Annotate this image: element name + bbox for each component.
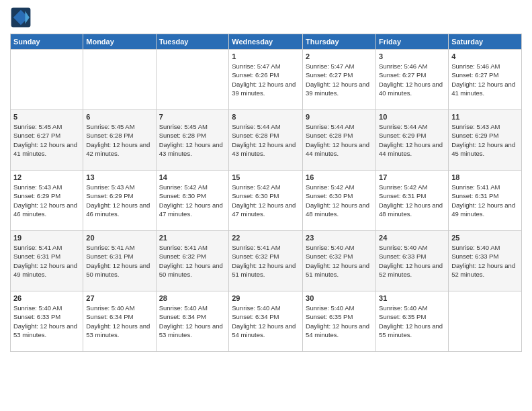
- sunrise-text: Sunrise: 5:46 AM: [451, 62, 500, 70]
- calendar-cell: 14Sunrise: 5:42 AMSunset: 6:30 PMDayligh…: [156, 171, 229, 231]
- sunrise-text: Sunrise: 5:40 AM: [232, 304, 280, 312]
- sunset-text: Sunset: 6:31 PM: [451, 192, 498, 199]
- calendar-cell: 3Sunrise: 5:46 AMSunset: 6:27 PMDaylight…: [376, 50, 449, 110]
- daylight-text: Daylight: 12 hours and 43 minutes.: [159, 141, 223, 157]
- daylight-text: Daylight: 12 hours and 51 minutes.: [232, 262, 296, 278]
- sunset-text: Sunset: 6:34 PM: [159, 313, 206, 320]
- daylight-text: Daylight: 12 hours and 44 minutes.: [306, 141, 369, 157]
- day-info: Sunrise: 5:40 AMSunset: 6:34 PMDaylight:…: [86, 304, 152, 339]
- day-number: 3: [379, 52, 445, 60]
- calendar-cell: 2Sunrise: 5:47 AMSunset: 6:27 PMDaylight…: [303, 50, 376, 110]
- day-info: Sunrise: 5:46 AMSunset: 6:27 PMDaylight:…: [451, 62, 519, 97]
- calendar-cell: 1Sunrise: 5:47 AMSunset: 6:26 PMDaylight…: [229, 50, 303, 110]
- day-number: 6: [86, 113, 152, 121]
- daylight-text: Daylight: 12 hours and 39 minutes.: [232, 81, 296, 97]
- sunrise-text: Sunrise: 5:40 AM: [451, 244, 500, 251]
- day-number: 20: [86, 234, 152, 242]
- day-info: Sunrise: 5:40 AMSunset: 6:32 PMDaylight:…: [306, 243, 373, 279]
- day-number: 23: [306, 234, 373, 242]
- day-number: 24: [379, 234, 445, 242]
- logo-icon: [10, 7, 32, 28]
- daylight-text: Daylight: 12 hours and 50 minutes.: [86, 262, 150, 278]
- sunset-text: Sunset: 6:35 PM: [306, 313, 353, 320]
- sunset-text: Sunset: 6:33 PM: [451, 253, 498, 260]
- day-info: Sunrise: 5:40 AMSunset: 6:35 PMDaylight:…: [379, 304, 445, 339]
- day-number: 12: [13, 173, 80, 181]
- calendar-cell: 26Sunrise: 5:40 AMSunset: 6:33 PMDayligh…: [11, 291, 83, 352]
- day-info: Sunrise: 5:44 AMSunset: 6:28 PMDaylight:…: [232, 122, 300, 158]
- day-number: 22: [232, 234, 300, 242]
- day-info: Sunrise: 5:43 AMSunset: 6:29 PMDaylight:…: [86, 183, 152, 218]
- daylight-text: Daylight: 12 hours and 46 minutes.: [86, 201, 150, 218]
- calendar-cell: 23Sunrise: 5:40 AMSunset: 6:32 PMDayligh…: [303, 231, 376, 291]
- calendar-cell: 12Sunrise: 5:43 AMSunset: 6:29 PMDayligh…: [11, 171, 83, 231]
- daylight-text: Daylight: 12 hours and 47 minutes.: [159, 201, 223, 218]
- sunrise-text: Sunrise: 5:43 AM: [86, 183, 134, 191]
- calendar-cell: 9Sunrise: 5:44 AMSunset: 6:28 PMDaylight…: [303, 110, 376, 171]
- daylight-text: Daylight: 12 hours and 49 minutes.: [13, 262, 77, 278]
- daylight-text: Daylight: 12 hours and 48 minutes.: [306, 201, 369, 218]
- page-header: [10, 7, 522, 28]
- sunrise-text: Sunrise: 5:45 AM: [159, 123, 208, 130]
- day-number: 8: [232, 113, 300, 121]
- calendar-cell: 17Sunrise: 5:42 AMSunset: 6:31 PMDayligh…: [376, 171, 449, 231]
- sunset-text: Sunset: 6:27 PM: [379, 71, 426, 79]
- sunrise-text: Sunrise: 5:42 AM: [159, 183, 208, 191]
- day-number: 9: [306, 113, 373, 121]
- sunset-text: Sunset: 6:30 PM: [306, 192, 353, 199]
- daylight-text: Daylight: 12 hours and 41 minutes.: [13, 141, 77, 157]
- sunset-text: Sunset: 6:29 PM: [379, 132, 426, 139]
- day-info: Sunrise: 5:40 AMSunset: 6:33 PMDaylight:…: [13, 304, 80, 339]
- sunset-text: Sunset: 6:28 PM: [232, 132, 279, 139]
- weekday-header: Wednesday: [229, 34, 303, 50]
- sunrise-text: Sunrise: 5:40 AM: [379, 244, 427, 251]
- sunset-text: Sunset: 6:29 PM: [451, 132, 498, 139]
- calendar-cell: 7Sunrise: 5:45 AMSunset: 6:28 PMDaylight…: [156, 110, 229, 171]
- sunset-text: Sunset: 6:28 PM: [86, 132, 133, 139]
- sunrise-text: Sunrise: 5:41 AM: [451, 183, 500, 191]
- weekday-header: Saturday: [449, 34, 522, 50]
- sunset-text: Sunset: 6:30 PM: [159, 192, 206, 199]
- sunrise-text: Sunrise: 5:45 AM: [86, 123, 134, 130]
- calendar-cell: 11Sunrise: 5:43 AMSunset: 6:29 PMDayligh…: [449, 110, 522, 171]
- calendar-cell: 8Sunrise: 5:44 AMSunset: 6:28 PMDaylight…: [229, 110, 303, 171]
- weekday-header: Monday: [83, 34, 156, 50]
- sunrise-text: Sunrise: 5:44 AM: [306, 123, 354, 130]
- daylight-text: Daylight: 12 hours and 53 minutes.: [86, 322, 150, 338]
- sunset-text: Sunset: 6:34 PM: [86, 313, 133, 320]
- sunset-text: Sunset: 6:31 PM: [86, 253, 133, 260]
- daylight-text: Daylight: 12 hours and 50 minutes.: [159, 262, 223, 278]
- sunrise-text: Sunrise: 5:45 AM: [13, 123, 62, 130]
- day-info: Sunrise: 5:45 AMSunset: 6:28 PMDaylight:…: [86, 122, 152, 158]
- daylight-text: Daylight: 12 hours and 53 minutes.: [13, 322, 77, 338]
- calendar-cell: 5Sunrise: 5:45 AMSunset: 6:27 PMDaylight…: [11, 110, 83, 171]
- sunrise-text: Sunrise: 5:40 AM: [306, 304, 354, 312]
- sunset-text: Sunset: 6:27 PM: [451, 71, 498, 79]
- sunrise-text: Sunrise: 5:44 AM: [232, 123, 280, 130]
- day-info: Sunrise: 5:40 AMSunset: 6:34 PMDaylight:…: [232, 304, 300, 339]
- daylight-text: Daylight: 12 hours and 40 minutes.: [379, 81, 443, 97]
- day-number: 31: [379, 294, 445, 302]
- calendar-cell: 28Sunrise: 5:40 AMSunset: 6:34 PMDayligh…: [156, 291, 229, 352]
- day-number: 1: [232, 52, 300, 60]
- sunrise-text: Sunrise: 5:46 AM: [379, 62, 427, 70]
- calendar-week-row: 12Sunrise: 5:43 AMSunset: 6:29 PMDayligh…: [11, 171, 522, 231]
- calendar-week-row: 1Sunrise: 5:47 AMSunset: 6:26 PMDaylight…: [11, 50, 522, 110]
- weekday-header: Tuesday: [156, 34, 229, 50]
- daylight-text: Daylight: 12 hours and 52 minutes.: [451, 262, 515, 278]
- day-info: Sunrise: 5:41 AMSunset: 6:31 PMDaylight:…: [13, 243, 80, 279]
- calendar-cell: [449, 291, 522, 352]
- daylight-text: Daylight: 12 hours and 51 minutes.: [306, 262, 369, 278]
- sunrise-text: Sunrise: 5:41 AM: [86, 244, 134, 251]
- day-number: 5: [13, 113, 80, 121]
- logo: [10, 7, 34, 28]
- calendar-table: SundayMondayTuesdayWednesdayThursdayFrid…: [10, 34, 522, 352]
- sunset-text: Sunset: 6:33 PM: [379, 253, 426, 260]
- sunrise-text: Sunrise: 5:42 AM: [379, 183, 427, 191]
- sunset-text: Sunset: 6:31 PM: [379, 192, 426, 199]
- calendar-cell: 16Sunrise: 5:42 AMSunset: 6:30 PMDayligh…: [303, 171, 376, 231]
- day-number: 29: [232, 294, 300, 302]
- daylight-text: Daylight: 12 hours and 48 minutes.: [379, 201, 443, 218]
- calendar-cell: 27Sunrise: 5:40 AMSunset: 6:34 PMDayligh…: [83, 291, 156, 352]
- daylight-text: Daylight: 12 hours and 39 minutes.: [306, 81, 369, 97]
